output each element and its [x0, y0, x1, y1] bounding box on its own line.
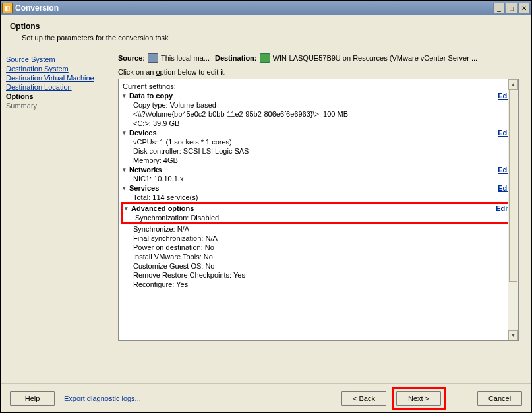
titlebar: ◧ Conversion _ □ ✕ — [1, 1, 531, 15]
section-data-to-copy[interactable]: ▾ Data to copy Edit — [123, 91, 514, 100]
hint-text: Click on an option below to edit it. — [118, 67, 526, 79]
destination-value: WIN-LASQUE57B9U on Resources (VMware vCe… — [273, 54, 478, 62]
section-networks[interactable]: ▾ Networks Edit — [123, 165, 514, 174]
sidebar-item-destination-system[interactable]: Destination System — [6, 64, 113, 73]
list-item: Final synchronization: N/A — [123, 234, 514, 243]
list-item: Install VMware Tools: No — [123, 252, 514, 261]
titlebar-text: Conversion — [15, 3, 493, 13]
list-item: Remove Restore Checkpoints: Yes — [123, 270, 514, 280]
list-item: Power on destination: No — [123, 243, 514, 252]
list-item: vCPUs: 1 (1 sockets * 1 cores) — [123, 137, 514, 146]
list-item: Synchronization: Disabled — [125, 213, 512, 222]
list-item: <C:>: 39.9 GB — [123, 119, 514, 128]
scroll-up-button[interactable]: ▲ — [508, 79, 518, 90]
back-button[interactable]: < Back — [341, 391, 386, 406]
conversion-dialog: ◧ Conversion _ □ ✕ Options Set up the pa… — [0, 0, 532, 413]
wizard-steps-sidebar: Source System Destination System Destina… — [6, 51, 113, 341]
scroll-down-button[interactable]: ▼ — [508, 330, 518, 340]
list-item: NIC1: 10.10.1.x — [123, 174, 514, 183]
list-item: Memory: 4GB — [123, 156, 514, 165]
sidebar-item-source-system[interactable]: Source System — [6, 55, 113, 64]
window-buttons: _ □ ✕ — [493, 3, 530, 13]
sidebar-item-destination-vm[interactable]: Destination Virtual Machine — [6, 73, 113, 82]
page-title: Options — [10, 22, 522, 31]
destination-label: Destination: — [215, 54, 257, 62]
help-button[interactable]: Help — [10, 391, 55, 406]
sidebar-item-summary: Summary — [6, 101, 113, 110]
maximize-button[interactable]: □ — [506, 3, 517, 13]
list-item: Disk controller: SCSI LSI Logic SAS — [123, 146, 514, 156]
list-item: <\\?\Volume{bb45e0c2-b0bb-11e2-95b2-806e… — [123, 110, 514, 119]
list-item: Synchronize: N/A — [123, 224, 514, 234]
section-services[interactable]: ▾ Services Edit — [123, 183, 514, 193]
expand-icon: ▾ — [123, 185, 129, 191]
page-subtitle: Set up the parameters for the conversion… — [22, 34, 522, 42]
expand-icon: ▾ — [123, 166, 129, 173]
highlighted-next: Next > — [392, 387, 446, 410]
expand-icon: ▾ — [123, 129, 129, 136]
vertical-scrollbar[interactable]: ▲ ▼ — [508, 79, 518, 340]
app-icon: ◧ — [2, 3, 13, 13]
list-item: Copy type: Volume-based — [123, 100, 514, 110]
current-settings-label: Current settings: — [123, 82, 514, 91]
export-logs-link[interactable]: Export diagnostic logs... — [64, 395, 141, 402]
source-dest-row: Source: This local ma... Destination: WI… — [118, 51, 526, 67]
settings-content: Current settings: ▾ Data to copy Edit Co… — [119, 79, 518, 292]
body: Source System Destination System Destina… — [1, 51, 531, 341]
section-advanced-options[interactable]: ▾ Advanced options Edit — [125, 204, 512, 213]
cancel-button[interactable]: Cancel — [477, 391, 522, 406]
next-button[interactable]: Next > — [396, 391, 441, 406]
settings-listbox: Current settings: ▾ Data to copy Edit Co… — [118, 79, 519, 341]
source-value: This local ma... — [161, 54, 210, 62]
scroll-thumb[interactable] — [509, 90, 517, 282]
list-item: Reconfigure: Yes — [123, 280, 514, 289]
main-panel: Source: This local ma... Destination: WI… — [118, 51, 526, 341]
highlighted-section-advanced: ▾ Advanced options Edit Synchronization:… — [121, 202, 516, 224]
sidebar-item-options: Options — [6, 92, 113, 101]
header: Options Set up the parameters for the co… — [1, 15, 531, 51]
scroll-track[interactable] — [508, 90, 518, 330]
expand-icon: ▾ — [123, 92, 129, 99]
minimize-button[interactable]: _ — [493, 3, 505, 13]
close-button[interactable]: ✕ — [518, 3, 530, 13]
sidebar-item-destination-location[interactable]: Destination Location — [6, 82, 113, 92]
server-icon — [260, 53, 270, 63]
source-label: Source: — [118, 54, 145, 62]
list-item: Total: 114 service(s) — [123, 193, 514, 202]
computer-icon — [148, 53, 158, 63]
footer: Help Export diagnostic logs... < Back Ne… — [1, 383, 531, 412]
section-devices[interactable]: ▾ Devices Edit — [123, 128, 514, 137]
list-item: Customize Guest OS: No — [123, 261, 514, 270]
expand-icon: ▾ — [125, 205, 131, 212]
